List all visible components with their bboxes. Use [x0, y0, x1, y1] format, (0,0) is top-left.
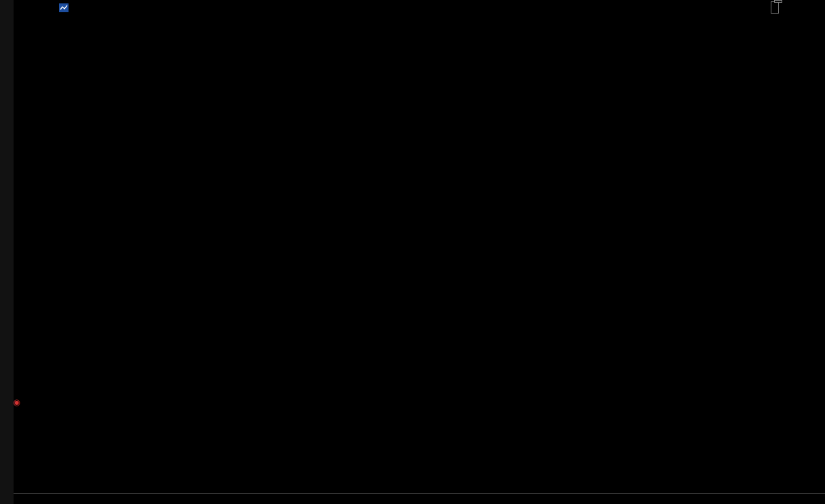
- bottom-tab-bar: [14, 493, 825, 504]
- chart-header: [14, 0, 825, 15]
- indicator-settings-icon[interactable]: ◉: [13, 398, 20, 407]
- chart-style-icon: [59, 3, 69, 12]
- theme-selector-button[interactable]: [771, 1, 779, 14]
- time-axis-row: [14, 482, 825, 493]
- chart-canvas[interactable]: [0, 0, 825, 504]
- left-tab-strip: [0, 0, 14, 504]
- current-price-tag: [774, 0, 782, 3]
- app-root: ◉: [0, 0, 825, 504]
